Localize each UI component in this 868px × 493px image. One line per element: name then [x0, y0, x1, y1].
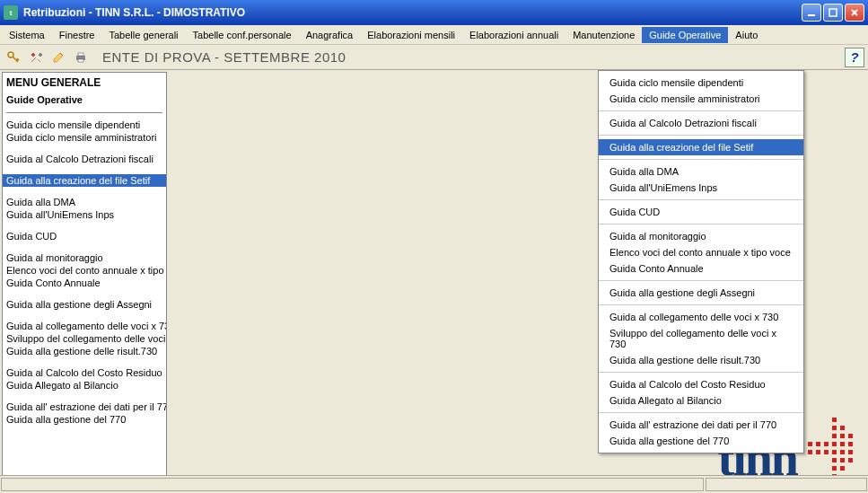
tools-icon[interactable]: [26, 48, 46, 67]
dropdown-item[interactable]: Guida al monitoraggio: [599, 228, 803, 244]
svg-rect-5: [78, 59, 83, 62]
window-buttons: [802, 4, 864, 22]
app-icon: t: [4, 5, 18, 20]
menu-item-tabelle-conf-personale[interactable]: Tabelle conf.personale: [186, 27, 299, 43]
divider: [6, 112, 162, 113]
dropdown-item[interactable]: Guida alla gestione degli Assegni: [599, 285, 803, 301]
dropdown-item[interactable]: Guida alla gestione delle risult.730: [599, 352, 803, 368]
sidebar-item[interactable]: Guida alla DMA: [3, 196, 166, 208]
menu-item-tabelle-generali[interactable]: Tabelle generali: [102, 27, 186, 43]
dropdown-item[interactable]: Guida alla gestione del 770: [599, 433, 803, 449]
dropdown-item[interactable]: Guida al Calcolo Detrazioni fiscali: [599, 115, 803, 131]
page-title: ENTE DI PROVA - SETTEMBRE 2010: [102, 49, 346, 65]
menu-bar: SistemaFinestreTabelle generaliTabelle c…: [0, 25, 868, 45]
dropdown-item[interactable]: Guida alla DMA: [599, 163, 803, 180]
dropdown-item[interactable]: Guida al collegamento delle voci x 730: [599, 309, 803, 325]
menu-item-anagrafica[interactable]: Anagrafica: [299, 27, 361, 43]
sidebar-header: MENU GENERALE: [3, 73, 166, 94]
dropdown-item[interactable]: Guida alla creazione del file Setif: [599, 139, 803, 155]
sidebar-list: Guida ciclo mensile dipendentiGuida cicl…: [3, 119, 166, 426]
dropdown-item[interactable]: Guida Conto Annuale: [599, 260, 803, 277]
dropdown-item[interactable]: Guida ciclo mensile amministratori: [599, 91, 803, 107]
content-area: MENU GENERALE Guide Operative Guida cicl…: [0, 70, 868, 488]
menu-item-elaborazioni-mensili[interactable]: Elaborazioni mensili: [360, 27, 462, 43]
sidebar-item[interactable]: Guida ciclo mensile amministratori: [3, 131, 166, 144]
print-icon[interactable]: [71, 48, 91, 67]
sidebar-subheader: Guide Operative: [3, 94, 166, 110]
maximize-button[interactable]: [823, 4, 843, 22]
sidebar: MENU GENERALE Guide Operative Guida cicl…: [2, 72, 167, 486]
dropdown-item[interactable]: Sviluppo del collegamento delle voci x 7…: [599, 325, 803, 352]
dropdown-item[interactable]: Elenco voci del conto annuale x tipo voc…: [599, 244, 803, 260]
key-icon[interactable]: [4, 48, 23, 67]
sidebar-item[interactable]: Guida alla gestione degli Assegni: [3, 298, 166, 311]
dropdown-item[interactable]: Guida CUD: [599, 204, 803, 220]
sidebar-item[interactable]: Guida al collegamento delle voci x 730: [3, 320, 166, 332]
help-button[interactable]: ?: [845, 48, 864, 67]
status-segment: [706, 478, 867, 491]
sidebar-item[interactable]: Guida CUD: [3, 230, 166, 242]
logo-dots: [808, 418, 855, 480]
menu-item-manutenzione[interactable]: Manutenzione: [566, 27, 642, 43]
dropdown-item[interactable]: Guida al Calcolo del Costo Residuo: [599, 376, 803, 392]
sidebar-item[interactable]: Guida alla gestione del 770: [3, 413, 166, 426]
svg-rect-0: [808, 14, 815, 16]
dropdown-item[interactable]: Guida ciclo mensile dipendenti: [599, 75, 803, 91]
minimize-button[interactable]: [802, 4, 821, 22]
menu-item-guide-operative[interactable]: Guide Operative: [642, 27, 728, 43]
sidebar-item[interactable]: Guida all'UniEmens Inps: [3, 208, 166, 221]
menu-item-finestre[interactable]: Finestre: [52, 27, 102, 43]
sidebar-item[interactable]: Guida Allegato al Bilancio: [3, 379, 166, 392]
status-segment: [1, 478, 704, 491]
sidebar-item[interactable]: Guida ciclo mensile dipendenti: [3, 119, 166, 131]
menu-item-sistema[interactable]: Sistema: [2, 27, 52, 43]
sidebar-item[interactable]: Elenco voci del conto annuale x tipo voc…: [3, 264, 166, 277]
toolbar: ENTE DI PROVA - SETTEMBRE 2010 ?: [0, 45, 868, 70]
edit-icon[interactable]: [48, 48, 68, 67]
window-title: Retribuzioni - TINN S.R.L. - DIMOSTRATIV…: [23, 6, 802, 19]
sidebar-item[interactable]: Sviluppo del collegamento delle voci x 7…: [3, 332, 166, 345]
sidebar-item[interactable]: Guida alla gestione delle risult.730: [3, 345, 166, 357]
close-button[interactable]: [845, 4, 864, 22]
dropdown-item[interactable]: Guida Allegato al Bilancio: [599, 392, 803, 409]
sidebar-item[interactable]: Guida Conto Annuale: [3, 277, 166, 289]
sidebar-item[interactable]: Guida all' estrazione dei dati per il 77…: [3, 401, 166, 413]
sidebar-item[interactable]: Guida alla creazione del file Setif: [3, 174, 166, 187]
menu-item-elaborazioni-annuali[interactable]: Elaborazioni annuali: [462, 27, 566, 43]
menu-item-aiuto[interactable]: Aiuto: [728, 27, 765, 43]
dropdown-item[interactable]: Guida all'UniEmens Inps: [599, 180, 803, 196]
svg-rect-4: [78, 53, 83, 56]
title-bar: t Retribuzioni - TINN S.R.L. - DIMOSTRAT…: [0, 0, 868, 25]
sidebar-item[interactable]: Guida al monitoraggio: [3, 251, 166, 264]
guide-operative-dropdown[interactable]: Guida ciclo mensile dipendentiGuida cicl…: [598, 70, 804, 453]
sidebar-item[interactable]: Guida al Calcolo del Costo Residuo: [3, 366, 166, 379]
svg-rect-1: [829, 9, 837, 16]
sidebar-item[interactable]: Guida al Calcolo Detrazioni fiscali: [3, 153, 166, 165]
dropdown-item[interactable]: Guida all' estrazione dei dati per il 77…: [599, 417, 803, 433]
status-bar: [0, 475, 868, 493]
